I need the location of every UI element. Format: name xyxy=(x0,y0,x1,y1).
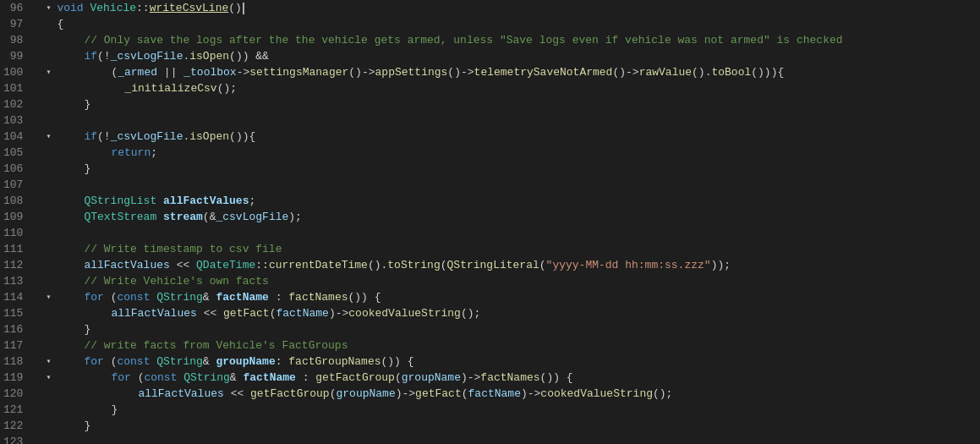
fold-114[interactable]: ▾ xyxy=(41,289,55,305)
code-line-104: ▾if(!_csvLogFile.isOpen()){ xyxy=(41,129,980,145)
line-num-104: 104 xyxy=(3,129,28,145)
line-num-99: 99 xyxy=(3,48,28,64)
code-line-115: allFactValues << getFact(factName)->cook… xyxy=(41,305,980,321)
line-num-117: 117 xyxy=(3,337,28,354)
code-line-113: // Write Vehicle's own facts xyxy=(41,273,980,289)
code-line-107 xyxy=(41,177,980,193)
code-line-101: _initializeCsv(); xyxy=(41,80,980,96)
line-num-113: 113 xyxy=(3,273,28,289)
fold-117 xyxy=(41,337,55,354)
line-num-96: 96 xyxy=(3,0,28,16)
code-line-114: ▾for (const QString& factName : factName… xyxy=(41,289,980,305)
code-editor[interactable]: 96 97 98 99 100 101 102 103 104 105 106 … xyxy=(0,0,980,444)
line-num-116: 116 xyxy=(3,321,28,337)
code-line-111: // Write timestamp to csv file xyxy=(41,241,980,257)
code-line-112: allFactValues << QDateTime::currentDateT… xyxy=(41,257,980,273)
line-num-110: 110 xyxy=(3,225,28,241)
fold-99 xyxy=(41,48,55,64)
code-line-117: // write facts from Vehicle's FactGroups xyxy=(41,337,980,354)
fold-111 xyxy=(41,241,55,257)
code-line-99: if(!_csvLogFile.isOpen()) && xyxy=(41,48,980,64)
line-num-109: 109 xyxy=(3,209,28,225)
code-line-105: return; xyxy=(41,145,980,161)
code-line-98: // Only save the logs after the the vehi… xyxy=(41,32,980,48)
line-num-112: 112 xyxy=(3,257,28,273)
fold-118[interactable]: ▾ xyxy=(41,354,55,370)
fold-121 xyxy=(41,402,55,418)
line-num-123: 123 xyxy=(3,434,28,444)
fold-107 xyxy=(41,177,55,193)
code-line-122: } xyxy=(41,418,980,434)
fold-119[interactable]: ▾ xyxy=(41,370,55,386)
fold-103 xyxy=(41,112,55,129)
code-line-96: ▾void Vehicle::writeCsvLine() xyxy=(41,0,980,16)
line-num-102: 102 xyxy=(3,96,28,112)
code-line-106: } xyxy=(41,161,980,177)
line-num-122: 122 xyxy=(3,418,28,434)
code-line-119: ▾for (const QString& factName : getFactG… xyxy=(41,370,980,386)
code-line-120: allFactValues << getFactGroup(groupName)… xyxy=(41,386,980,402)
fold-102 xyxy=(41,96,55,112)
line-num-105: 105 xyxy=(3,145,28,161)
fold-120 xyxy=(41,386,55,402)
line-num-101: 101 xyxy=(3,80,28,96)
code-line-102: } xyxy=(41,96,980,112)
fold-97 xyxy=(41,16,55,32)
code-line-108: QStringList allFactValues; xyxy=(41,193,980,209)
code-line-116: } xyxy=(41,321,980,337)
fold-101 xyxy=(41,80,55,96)
line-num-118: 118 xyxy=(3,354,28,370)
fold-96[interactable]: ▾ xyxy=(41,0,55,16)
code-line-121: } xyxy=(41,402,980,418)
line-num-98: 98 xyxy=(3,32,28,48)
fold-122 xyxy=(41,418,55,434)
code-line-118: ▾for (const QString& groupName: factGrou… xyxy=(41,354,980,370)
code-line-123 xyxy=(41,434,980,444)
line-num-119: 119 xyxy=(3,370,28,386)
code-line-97: { xyxy=(41,16,980,32)
fold-109 xyxy=(41,209,55,225)
code-line-100: ▾(_armed || _toolbox->settingsManager()-… xyxy=(41,64,980,80)
code-content: ▾void Vehicle::writeCsvLine() { // Only … xyxy=(35,0,980,444)
line-num-107: 107 xyxy=(3,177,28,193)
line-num-100: 100 xyxy=(3,64,28,80)
fold-116 xyxy=(41,321,55,337)
line-num-97: 97 xyxy=(3,16,28,32)
line-numbers: 96 97 98 99 100 101 102 103 104 105 106 … xyxy=(0,0,35,444)
fold-112 xyxy=(41,257,55,273)
line-num-114: 114 xyxy=(3,289,28,305)
line-num-108: 108 xyxy=(3,193,28,209)
line-num-121: 121 xyxy=(3,402,28,418)
line-num-115: 115 xyxy=(3,305,28,321)
fold-113 xyxy=(41,273,55,289)
fold-98 xyxy=(41,32,55,48)
code-line-103 xyxy=(41,112,980,129)
fold-105 xyxy=(41,145,55,161)
line-num-106: 106 xyxy=(3,161,28,177)
fold-108 xyxy=(41,193,55,209)
code-line-109: QTextStream stream(&_csvLogFile); xyxy=(41,209,980,225)
code-line-110 xyxy=(41,225,980,241)
fold-104[interactable]: ▾ xyxy=(41,129,55,145)
line-num-103: 103 xyxy=(3,112,28,129)
fold-115 xyxy=(41,305,55,321)
fold-100[interactable]: ▾ xyxy=(41,64,55,80)
line-num-120: 120 xyxy=(3,386,28,402)
line-num-111: 111 xyxy=(3,241,28,257)
fold-106 xyxy=(41,161,55,177)
fold-110 xyxy=(41,225,55,241)
fold-123 xyxy=(41,434,55,444)
